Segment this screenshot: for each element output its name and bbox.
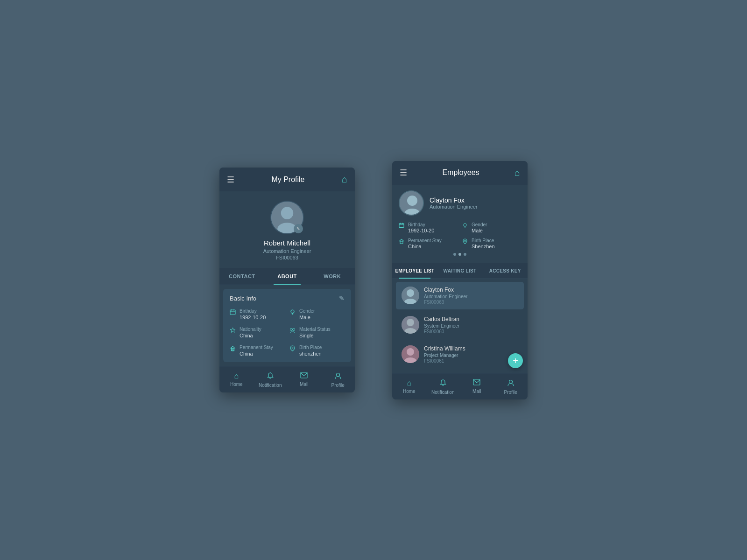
svg-point-18: [336, 373, 339, 377]
marital-label: Material Status: [299, 327, 331, 332]
emp-list-avatar-1: [402, 287, 419, 304]
info-gender: Gender Male: [289, 308, 345, 320]
emp-calendar-icon: [399, 223, 404, 230]
birthday-label: Birthday: [240, 308, 266, 314]
emp-nav-home[interactable]: ⌂ Home: [392, 377, 426, 397]
featured-employee-role: Automation Engineer: [430, 204, 478, 210]
emp-list-id-1: FSI00063: [424, 300, 467, 305]
employee-list-wrap: Clayton Fox Automation Engineer FSI00063…: [392, 279, 528, 373]
emp-home-nav-icon: ⌂: [407, 379, 411, 387]
profile-hero: ✎ Robert Mitchell Automation Engineer FS…: [219, 191, 355, 268]
svg-point-11: [290, 329, 293, 331]
emp-birthplace-value: Shenzhen: [472, 244, 495, 249]
svg-rect-3: [230, 310, 235, 315]
marital-value: Single: [299, 333, 331, 338]
emp-list-id-3: FSI00061: [424, 358, 465, 364]
emp-home-nav-label: Home: [403, 389, 416, 394]
section-title: Basic Info: [230, 295, 256, 302]
birth-place-value: shenzhen: [299, 351, 322, 357]
tab-contact[interactable]: CONTACT: [219, 268, 265, 285]
emp-stay-label: Permanent Stay: [408, 238, 442, 243]
employee-tabs: EMPLOYEE LIST WAITING LIST ACCESS KEY: [392, 263, 528, 279]
nationality-label: Nationality: [240, 327, 261, 332]
nationality-value: China: [240, 333, 261, 338]
svg-point-35: [407, 319, 414, 326]
svg-point-30: [465, 240, 466, 241]
emp-nav-mail[interactable]: Mail: [460, 377, 494, 397]
svg-point-12: [293, 329, 295, 331]
dot-3[interactable]: [464, 253, 466, 256]
dot-2[interactable]: [458, 253, 461, 256]
emp-nav-profile[interactable]: Profile: [494, 377, 528, 397]
profile-title: My Profile: [271, 175, 304, 184]
hamburger-icon[interactable]: ☰: [227, 175, 234, 185]
edit-icon-button[interactable]: ✎: [339, 294, 345, 302]
nav-profile[interactable]: Profile: [321, 370, 355, 390]
emp-hamburger-icon[interactable]: ☰: [400, 168, 407, 178]
emp-list-role-2: System Engineer: [424, 323, 459, 329]
emp-notification-nav-label: Notification: [431, 390, 454, 395]
featured-employee-name: Clayton Fox: [430, 196, 478, 204]
basic-info-section: Basic Info ✎ Birthday 1992-10-20 G: [223, 289, 351, 362]
emp-profile-nav-icon: [507, 379, 514, 388]
tab-work[interactable]: WORK: [310, 268, 355, 285]
featured-employee-hero: Clayton Fox Automation Engineer Birthday…: [392, 185, 528, 263]
info-grid: Birthday 1992-10-20 Gender Male: [230, 308, 345, 357]
svg-point-1: [281, 207, 293, 219]
profile-tabs: CONTACT ABOUT WORK: [219, 268, 355, 285]
user-role: Automation Engineer: [263, 248, 311, 254]
location-icon: [289, 345, 296, 353]
emp-gender-icon: [462, 223, 468, 230]
list-item[interactable]: Clayton Fox Automation Engineer FSI00063: [396, 282, 524, 309]
emp-profile-nav-label: Profile: [504, 390, 517, 395]
emp-home-icon: [399, 238, 404, 245]
section-header: Basic Info ✎: [230, 294, 345, 302]
emp-nav-notification[interactable]: Notification: [426, 377, 460, 397]
info-nationality: Nationality China: [230, 327, 285, 338]
marital-icon: [289, 327, 296, 335]
list-item[interactable]: Carlos Beltran System Engineer FSI00060: [396, 311, 524, 339]
list-item[interactable]: Cristina Williams Project Manager FSI000…: [396, 341, 524, 368]
emp-stay: Permanent Stay China: [399, 238, 458, 249]
avatar-wrap: ✎: [270, 201, 304, 234]
employees-phone-card: ☰ Employees ⌂ Clayton Fox Automation Eng…: [392, 161, 528, 399]
tab-about[interactable]: ABOUT: [265, 268, 310, 285]
emp-list-avatar-2: [402, 316, 419, 334]
info-permanent-stay: Permanent Stay China: [230, 345, 285, 357]
tab-employee-list[interactable]: EMPLOYEE LIST: [392, 263, 437, 279]
home-nav-label: Home: [230, 382, 243, 387]
svg-point-26: [464, 224, 466, 226]
emp-gender: Gender Male: [462, 222, 521, 233]
profile-bottom-nav: ⌂ Home Notification Mail Profile: [219, 366, 355, 392]
svg-point-38: [407, 348, 414, 356]
svg-point-32: [407, 289, 414, 297]
dot-1[interactable]: [453, 253, 456, 256]
employees-title: Employees: [442, 168, 479, 177]
tab-waiting-list[interactable]: WAITING LIST: [437, 263, 483, 279]
svg-rect-17: [301, 372, 307, 378]
emp-list-avatar-3: [402, 345, 419, 363]
emp-list-name-3: Cristina Williams: [424, 345, 465, 352]
emp-gender-label: Gender: [472, 222, 487, 227]
featured-employee-row: Clayton Fox Automation Engineer: [399, 190, 521, 216]
svg-rect-29: [400, 241, 403, 244]
nav-notification[interactable]: Notification: [254, 370, 288, 390]
birthday-value: 1992-10-20: [240, 315, 266, 320]
svg-point-7: [291, 310, 294, 313]
emp-birthday: Birthday 1992-10-20: [399, 222, 458, 233]
emp-home-icon[interactable]: ⌂: [514, 168, 520, 178]
avatar-edit-button[interactable]: ✎: [294, 224, 303, 233]
gender-icon: [289, 309, 296, 316]
svg-rect-22: [399, 223, 404, 227]
profile-nav-label: Profile: [331, 383, 345, 388]
employee-list: Clayton Fox Automation Engineer FSI00063…: [392, 279, 528, 373]
emp-list-name-2: Carlos Beltran: [424, 316, 459, 322]
tab-access-key[interactable]: ACCESS KEY: [482, 263, 528, 279]
emp-location-icon: [462, 238, 468, 245]
birth-place-label: Birth Place: [299, 345, 322, 350]
svg-marker-10: [230, 328, 235, 333]
add-employee-button[interactable]: +: [508, 353, 523, 368]
home-icon[interactable]: ⌂: [342, 174, 347, 185]
nav-mail[interactable]: Mail: [287, 370, 321, 390]
nav-home[interactable]: ⌂ Home: [219, 370, 254, 390]
